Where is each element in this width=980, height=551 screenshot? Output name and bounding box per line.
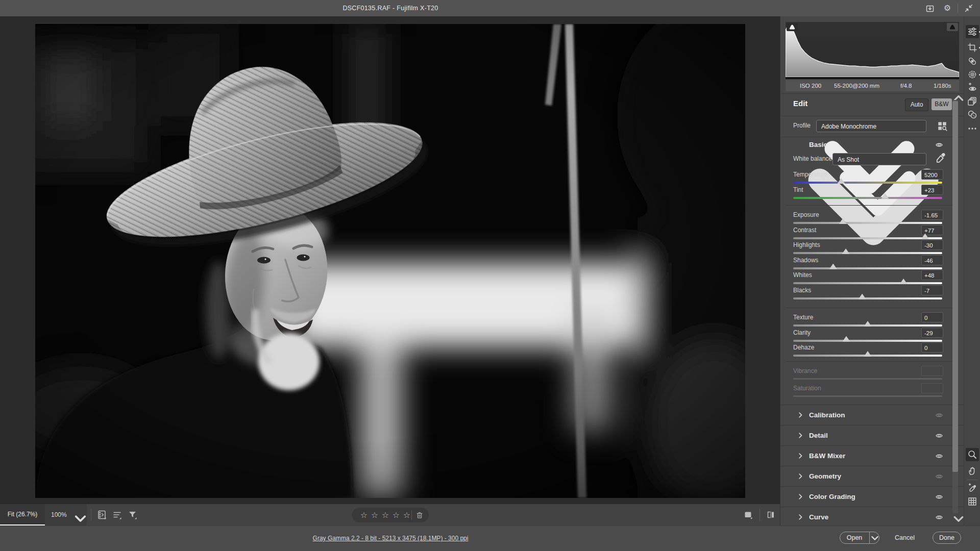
wb-row: White balance: [793, 155, 832, 162]
histogram-curve: [786, 22, 959, 79]
delete-trash-icon[interactable]: [415, 511, 424, 519]
presets-tool-icon[interactable]: [967, 96, 977, 106]
section-visibility-eye-icon[interactable]: [935, 453, 944, 460]
viewer-toolbar: Fit (26.7%) 100% ☆☆☆☆☆: [0, 504, 780, 525]
slider-value-input[interactable]: +77: [921, 225, 943, 235]
star-icon[interactable]: ☆: [390, 508, 402, 522]
edit-tool-icon[interactable]: [967, 27, 977, 37]
section-visibility-eye-icon[interactable]: [935, 412, 944, 419]
bw-toggle-button[interactable]: B&W: [932, 98, 952, 110]
filmstrip-panel-icon[interactable]: [97, 510, 107, 520]
section-visibility-eye-icon[interactable]: [935, 473, 944, 480]
open-split-button[interactable]: Open: [840, 532, 879, 544]
open-button[interactable]: Open: [840, 532, 869, 543]
slider-track[interactable]: [793, 297, 942, 299]
slider-value-input: [921, 383, 943, 393]
auto-button[interactable]: Auto: [905, 98, 928, 111]
panel-scrollbar-thumb[interactable]: [952, 101, 958, 472]
lens-value: 55-200@200 mm: [834, 80, 879, 91]
slider-value-input[interactable]: -7: [921, 285, 943, 295]
preferences-icon[interactable]: ⚙: [942, 3, 952, 13]
white-balance-eyedropper-icon[interactable]: [935, 152, 947, 164]
section-visibility-eye-icon[interactable]: [935, 432, 944, 439]
chevron-right-icon: [798, 453, 803, 459]
slider-thumb[interactable]: [843, 336, 850, 342]
image-canvas: [0, 16, 780, 504]
slider-track[interactable]: [793, 197, 942, 199]
section-geometry-header[interactable]: Geometry: [780, 466, 964, 487]
slider-value-input[interactable]: -1.65: [921, 210, 943, 220]
zoom-fit-tab[interactable]: Fit (26.7%): [0, 504, 45, 525]
slider-track[interactable]: [793, 267, 942, 269]
done-button[interactable]: Done: [933, 532, 961, 544]
slider-label: Dehaze: [793, 344, 814, 351]
basic-visibility-eye-icon[interactable]: [935, 141, 944, 148]
slider-track[interactable]: [793, 222, 942, 224]
before-after-view-icon[interactable]: [766, 510, 776, 520]
slider-value-input[interactable]: -30: [921, 240, 943, 250]
slider-value-input[interactable]: +48: [921, 270, 943, 280]
slider-thumb[interactable]: [838, 178, 845, 184]
star-icon[interactable]: ☆: [380, 508, 391, 522]
star-icon[interactable]: ☆: [369, 508, 380, 522]
profile-dropdown[interactable]: Adobe Monochrome: [816, 120, 926, 132]
slider-track[interactable]: [793, 252, 942, 254]
slider-thumb[interactable]: [839, 218, 847, 224]
save-image-icon[interactable]: [925, 3, 935, 13]
zoom-level-dropdown[interactable]: 100%: [45, 504, 87, 525]
slider-thumb[interactable]: [864, 321, 872, 327]
basic-section-label: Basic: [809, 141, 827, 148]
browse-profiles-icon[interactable]: [937, 120, 948, 132]
section-curve-header[interactable]: Curve: [780, 507, 964, 525]
shadow-clipping-indicator[interactable]: [787, 23, 798, 31]
red-eye-tool-icon[interactable]: [967, 83, 977, 93]
slider-value-input[interactable]: -29: [921, 328, 943, 338]
slider-value-input[interactable]: 0: [921, 312, 943, 322]
section-basic-header[interactable]: Basic: [780, 137, 964, 153]
zoom-tool-icon[interactable]: [967, 449, 977, 460]
histogram[interactable]: [786, 22, 959, 79]
section-visibility-eye-icon[interactable]: [935, 514, 944, 521]
hand-tool-icon[interactable]: [967, 466, 977, 476]
more-tools-icon[interactable]: [967, 123, 977, 134]
slider-thumb[interactable]: [881, 193, 889, 199]
slider-track[interactable]: [793, 340, 942, 342]
cancel-button[interactable]: Cancel: [895, 532, 915, 544]
section-visibility-eye-icon[interactable]: [935, 493, 944, 500]
workflow-options-link[interactable]: Gray Gamma 2.2 - 8 bit - 5213 x 3475 (18…: [313, 535, 469, 542]
slider-thumb[interactable]: [864, 351, 872, 357]
filter-icon[interactable]: [128, 510, 138, 520]
toggle-fullscreen-icon[interactable]: [964, 3, 974, 13]
grid-overlay-toggle-icon[interactable]: [967, 496, 977, 507]
slider-track[interactable]: [793, 282, 942, 284]
section-color-grading-header[interactable]: Color Grading: [780, 486, 964, 507]
healing-tool-icon[interactable]: [967, 56, 977, 66]
white-balance-dropdown[interactable]: As Shot: [832, 153, 926, 165]
white-balance-picker-tool-icon[interactable]: [967, 483, 977, 493]
panel-divider: [787, 308, 958, 308]
slider-track[interactable]: [793, 182, 942, 184]
section-b-w-mixer-header[interactable]: B&W Mixer: [780, 445, 964, 466]
slider-thumb[interactable]: [829, 264, 837, 269]
section-detail-header[interactable]: Detail: [780, 425, 964, 446]
slider-thumb[interactable]: [859, 294, 866, 299]
slider-thumb[interactable]: [900, 279, 908, 284]
slider-value-input: [921, 366, 943, 376]
slider-value-input[interactable]: -46: [921, 255, 943, 265]
star-icon[interactable]: ☆: [358, 508, 370, 522]
star-icon[interactable]: ☆: [401, 508, 412, 522]
sort-order-icon[interactable]: [112, 510, 122, 520]
slider-value-input[interactable]: +23: [921, 185, 943, 195]
preview-mode-icon[interactable]: [743, 510, 753, 520]
crop-tool-icon[interactable]: [967, 42, 977, 53]
scroll-down-icon[interactable]: [953, 514, 964, 525]
slider-track[interactable]: [793, 237, 942, 239]
masking-tool-icon[interactable]: [967, 69, 977, 80]
slider-thumb[interactable]: [842, 248, 850, 254]
slider-value-input[interactable]: 0: [921, 342, 943, 353]
photo-preview[interactable]: [35, 24, 745, 498]
slider-value-input[interactable]: 5200: [921, 169, 943, 180]
section-calibration-header[interactable]: Calibration: [780, 405, 964, 425]
snapshots-tool-icon[interactable]: [967, 109, 977, 119]
highlight-clipping-indicator[interactable]: [947, 23, 958, 31]
